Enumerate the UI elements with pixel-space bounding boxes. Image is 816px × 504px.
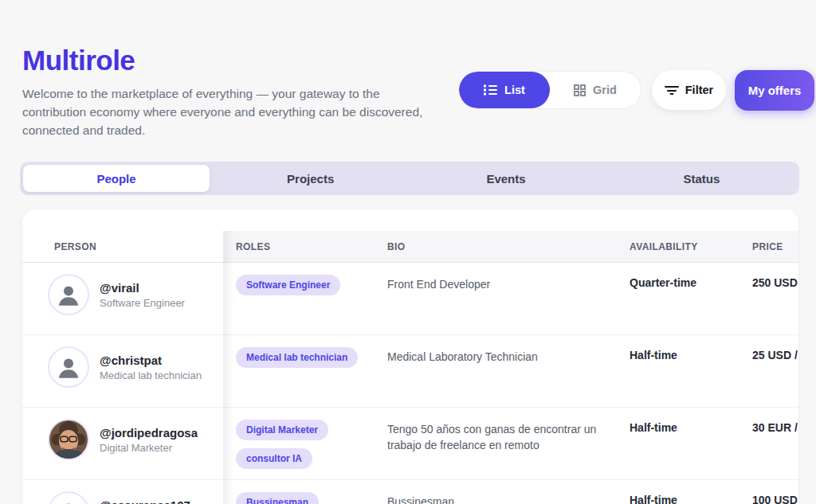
role-chip: consultor IA — [236, 448, 312, 469]
bio-text: Bussinesman — [375, 480, 622, 504]
my-offers-button[interactable]: My offers — [735, 70, 814, 111]
bio-text: Medical Laboratory Technician — [375, 335, 622, 407]
grid-view-label: Grid — [593, 84, 617, 96]
person-cell: @christpat Medical lab technician — [22, 335, 223, 407]
person-subtitle: Software Engineer — [100, 297, 185, 309]
username: @jordipedragosa — [100, 419, 198, 440]
price-value: 25 USD / — [741, 335, 798, 407]
page-title: Multirole — [22, 45, 135, 76]
username: @assurance107 — [100, 491, 190, 504]
list-view-button[interactable]: List — [459, 72, 550, 108]
tab-events[interactable]: Events — [408, 162, 603, 195]
username: @virail — [100, 274, 185, 295]
person-icon — [49, 493, 88, 504]
table-header: PERSON ROLES BIO AVAILABILITY PRICE — [22, 231, 798, 263]
tab-projects[interactable]: Projects — [213, 162, 408, 195]
tab-people[interactable]: People — [23, 165, 210, 192]
person-identity: @christpat Medical lab technician — [100, 346, 202, 407]
filter-icon — [665, 85, 679, 95]
person-icon — [49, 275, 88, 314]
column-header-availability: AVAILABILITY — [622, 231, 741, 262]
person-subtitle: Digital Marketer — [100, 442, 198, 454]
column-header-bio: BIO — [375, 231, 622, 262]
person-identity: @jordipedragosa Digital Marketer — [100, 419, 198, 479]
column-header-person: PERSON — [22, 231, 223, 262]
price-value: 100 USD — [741, 480, 798, 504]
price-value: 250 USD — [741, 263, 798, 334]
avatar — [48, 419, 89, 460]
price-value: 30 EUR / — [741, 408, 798, 479]
availability-value: Half-time — [622, 480, 741, 504]
table-row[interactable]: @jordipedragosa Digital Marketer Digital… — [22, 408, 798, 480]
person-identity: @assurance107 — [100, 491, 190, 504]
filter-button[interactable]: Filter — [652, 70, 726, 110]
person-identity: @virail Software Engineer — [100, 274, 185, 334]
list-icon — [484, 84, 497, 96]
avatar — [48, 491, 89, 504]
table-row[interactable]: @assurance107 Bussinesman Bussinesman Ha… — [22, 480, 798, 504]
role-chip: Digital Marketer — [236, 420, 328, 440]
role-chip: Bussinesman — [236, 492, 319, 504]
page-subtitle: Welcome to the marketplace of everything… — [22, 84, 446, 139]
role-chip: Software Engineer — [236, 275, 340, 295]
role-chips: Medical lab technician — [223, 335, 375, 407]
profile-photo — [49, 420, 88, 459]
role-chip: Medical lab technician — [236, 347, 358, 368]
availability-value: Half-time — [622, 408, 741, 479]
list-view-label: List — [504, 84, 525, 96]
availability-value: Half-time — [622, 335, 741, 407]
tab-status[interactable]: Status — [604, 162, 799, 195]
avatar — [48, 346, 89, 388]
table-body: @virail Software Engineer Software Engin… — [22, 263, 798, 504]
people-table-card: PERSON ROLES BIO AVAILABILITY PRICE — [22, 209, 798, 504]
person-cell: @virail Software Engineer — [22, 263, 223, 334]
person-cell: @assurance107 — [22, 480, 223, 504]
table-row[interactable]: @christpat Medical lab technician Medica… — [22, 335, 798, 408]
grid-icon — [574, 84, 586, 96]
column-header-price: PRICE — [741, 231, 798, 262]
table-row[interactable]: @virail Software Engineer Software Engin… — [22, 263, 798, 335]
avatar — [48, 274, 89, 315]
column-header-roles: ROLES — [223, 231, 375, 262]
role-chips: Bussinesman — [223, 480, 375, 504]
person-cell: @jordipedragosa Digital Marketer — [22, 408, 223, 479]
filter-label: Filter — [685, 84, 713, 96]
availability-value: Quarter-time — [622, 263, 741, 334]
role-chips: Digital Marketerconsultor IA — [223, 408, 375, 479]
view-toggle: List Grid — [458, 71, 641, 109]
tab-bar: People Projects Events Status — [20, 162, 799, 195]
bio-text: Tengo 50 años con ganas de encontrar un … — [375, 408, 622, 479]
role-chips: Software Engineer — [223, 263, 375, 334]
bio-text: Front End Developer — [375, 263, 622, 334]
person-subtitle: Medical lab technician — [100, 369, 202, 381]
grid-view-button[interactable]: Grid — [550, 72, 641, 108]
username: @christpat — [100, 346, 202, 367]
person-icon — [49, 348, 88, 386]
